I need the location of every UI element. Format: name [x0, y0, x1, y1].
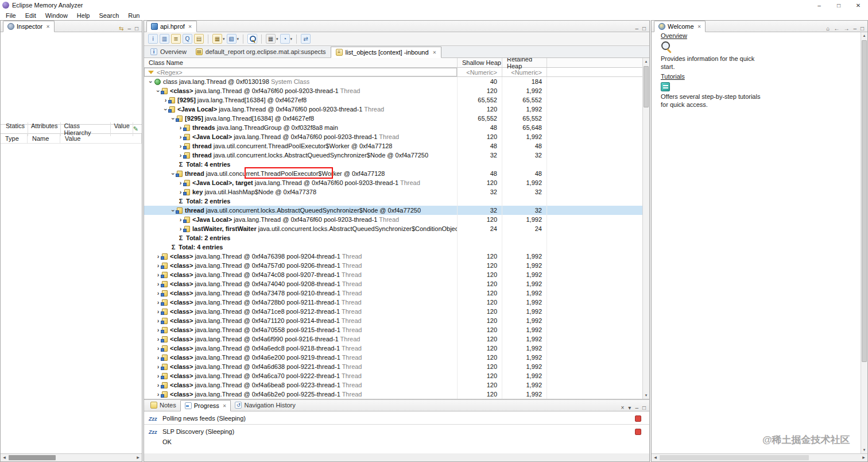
tree-row[interactable]: <class> java.lang.Thread @ 0xf4a73478 po…: [144, 288, 642, 298]
tree-row[interactable]: <class> java.lang.Thread @ 0xf4a76398 po…: [144, 252, 642, 261]
hscroll-thumb[interactable]: [660, 455, 809, 460]
close-view-icon[interactable]: ✕: [46, 24, 50, 29]
run-report-button[interactable]: ▦▾: [212, 34, 225, 44]
menu-edit[interactable]: Edit: [21, 11, 41, 20]
tree-row[interactable]: threads java.lang.ThreadGroup @ 0xf032f8…: [144, 123, 642, 132]
maximize-view-icon[interactable]: □: [642, 26, 646, 32]
scroll-right-icon[interactable]: ▶: [860, 454, 867, 461]
tree-row[interactable]: Total: 2 entries: [144, 233, 642, 242]
scroll-down-icon[interactable]: ▼: [861, 446, 867, 453]
tree-row[interactable]: <Java Local> java.lang.Thread @ 0xf4a76f…: [144, 132, 642, 141]
inspector-hscrollbar[interactable]: ◀ ▶: [1, 453, 142, 461]
tree-row[interactable]: <Java Local> java.lang.Thread @ 0xf4a76f…: [144, 215, 642, 224]
maximize-window-button[interactable]: □: [829, 2, 848, 9]
scroll-left-icon[interactable]: ◀: [652, 454, 659, 461]
table-button[interactable]: ▦▾: [266, 34, 278, 44]
column-shallow-heap[interactable]: Shallow Heap: [457, 58, 502, 67]
tab-notes[interactable]: Notes: [146, 399, 180, 411]
hscroll-thumb[interactable]: [9, 455, 56, 460]
tree-row[interactable]: <class> java.lang.Thread @ 0xf4a71120 po…: [144, 316, 642, 325]
oql-button[interactable]: Q: [183, 34, 192, 44]
edit-pencil-icon[interactable]: ✎: [133, 125, 142, 133]
info-button[interactable]: i: [148, 34, 158, 44]
tree-row[interactable]: <class> java.lang.Thread @ 0xf4a6f990 po…: [144, 334, 642, 344]
tree-row[interactable]: <class> java.lang.Thread @ 0xf4a728b0 po…: [144, 298, 642, 307]
tab-api-hprof[interactable]: api.hprof ✕: [146, 21, 197, 32]
tree-row[interactable]: thread java.util.concurrent.ThreadPoolEx…: [144, 169, 642, 178]
scroll-up-icon[interactable]: ▲: [861, 32, 867, 39]
tree-row[interactable]: <class> java.lang.Thread @ 0xf4a6b2e0 po…: [144, 390, 642, 399]
leak-report-button[interactable]: ▤: [194, 34, 204, 44]
forward-icon[interactable]: →: [843, 26, 849, 32]
welcome-hscrollbar[interactable]: ◀ ▶: [652, 453, 867, 461]
tree-row[interactable]: thread java.util.concurrent.ThreadPoolEx…: [144, 141, 642, 151]
minimize-view-icon[interactable]: –: [853, 26, 857, 32]
tree-row[interactable]: Total: 4 entries: [144, 242, 642, 252]
tree-row[interactable]: <class> java.lang.Thread @ 0xf4a6edc8 po…: [144, 344, 642, 353]
minimize-view-icon[interactable]: –: [635, 405, 638, 411]
tree-row[interactable]: <class> java.lang.Thread @ 0xf4a6d638 po…: [144, 362, 642, 371]
close-editor-icon[interactable]: ✕: [188, 24, 192, 29]
home-icon[interactable]: ⌂: [826, 26, 830, 32]
histogram-button[interactable]: ▥: [160, 34, 169, 44]
clear-completed-icon[interactable]: ×: [621, 405, 625, 411]
query-browser-button[interactable]: ▧▾: [227, 34, 239, 44]
minimize-view-icon[interactable]: –: [635, 26, 638, 32]
close-view-icon[interactable]: ✕: [698, 24, 702, 29]
menu-run[interactable]: Run: [123, 11, 144, 20]
close-window-button[interactable]: ✕: [848, 2, 868, 9]
link-with-editor-icon[interactable]: ⇆: [119, 26, 123, 32]
chart-button[interactable]: ◔▾: [280, 34, 293, 44]
shallow-filter-input[interactable]: <Numeric>: [457, 68, 502, 76]
tree-row[interactable]: thread java.util.concurrent.locks.Abstra…: [144, 206, 642, 215]
stop-job-button[interactable]: [635, 415, 641, 422]
collapse-arrow-icon[interactable]: [148, 79, 154, 85]
tab-overview[interactable]: Overview: [146, 46, 191, 57]
inspector-column-value[interactable]: Value: [60, 134, 142, 143]
tree-row[interactable]: key java.util.HashMap$Node @ 0xf4a773783…: [144, 187, 642, 197]
table-vscrollbar[interactable]: ▲ ▼: [642, 58, 649, 399]
search-button[interactable]: [247, 34, 257, 44]
tab-inspector[interactable]: Inspector ✕: [3, 21, 55, 32]
maximize-view-icon[interactable]: □: [861, 26, 864, 32]
tree-row[interactable]: <class> java.lang.Thread @ 0xf4a6e200 po…: [144, 353, 642, 362]
welcome-vscrollbar[interactable]: ▲ ▼: [861, 32, 867, 453]
tree-row[interactable]: thread java.util.concurrent.locks.Abstra…: [144, 151, 642, 160]
dominator-tree-button[interactable]: ≣: [171, 34, 181, 44]
tree-row[interactable]: Total: 4 entries: [144, 160, 642, 169]
view-menu-icon[interactable]: ▾: [628, 405, 631, 411]
tree-row[interactable]: <class> java.lang.Thread @ 0xf4a71ce8 po…: [144, 307, 642, 316]
tree-row[interactable]: <class> java.lang.Thread @ 0xf4a70558 po…: [144, 325, 642, 334]
tab-progress[interactable]: Progress ✕: [180, 400, 231, 411]
compare-button[interactable]: ⇄: [301, 34, 311, 44]
tree-row[interactable]: <class> java.lang.Thread @ 0xf4a6ca70 po…: [144, 371, 642, 380]
column-retained-heap[interactable]: Retained Heap: [502, 58, 547, 67]
menu-search[interactable]: Search: [94, 11, 123, 20]
tree-row[interactable]: [9295] java.lang.Thread[16384] @ 0xf4627…: [144, 114, 642, 123]
inspector-column-name[interactable]: Name: [28, 134, 60, 143]
overview-link[interactable]: Overview: [661, 32, 687, 39]
scroll-right-icon[interactable]: ▶: [134, 454, 142, 461]
tab-welcome[interactable]: Welcome ✕: [654, 21, 706, 32]
vscroll-thumb[interactable]: [644, 66, 649, 107]
inspector-column-type[interactable]: Type: [1, 134, 28, 143]
tree-row[interactable]: <class> java.lang.Thread @ 0xf4a74040 po…: [144, 279, 642, 288]
vscroll-thumb[interactable]: [862, 40, 867, 362]
minimize-view-icon[interactable]: –: [127, 26, 131, 32]
tree-row[interactable]: <class> java.lang.Thread @ 0xf4a757d0 po…: [144, 261, 642, 270]
regex-filter-input[interactable]: <Regex>: [144, 68, 457, 76]
close-view-icon[interactable]: ✕: [223, 403, 227, 409]
tab-default-report[interactable]: default_report org.eclipse.mat.api:suspe…: [191, 46, 331, 57]
maximize-view-icon[interactable]: □: [642, 405, 646, 411]
tree-row[interactable]: Total: 2 entries: [144, 197, 642, 206]
minimize-window-button[interactable]: –: [809, 2, 829, 9]
menu-window[interactable]: Window: [41, 11, 72, 20]
back-icon[interactable]: ←: [834, 26, 839, 32]
tree-row[interactable]: lastWaiter, firstWaiter java.util.concur…: [144, 224, 642, 233]
tree-row[interactable]: <class> java.lang.Thread @ 0xf4a6bea8 po…: [144, 380, 642, 390]
tree-row[interactable]: class java.lang.Thread @ 0xf0130198 Syst…: [144, 77, 642, 86]
menu-help[interactable]: Help: [72, 11, 95, 20]
tab-list-objects[interactable]: list_objects [context] -inbound ✕: [331, 47, 442, 58]
tree-row[interactable]: <class> java.lang.Thread @ 0xf4a76f60 po…: [144, 86, 642, 95]
tree-row[interactable]: <Java Local> java.lang.Thread @ 0xf4a76f…: [144, 105, 642, 114]
